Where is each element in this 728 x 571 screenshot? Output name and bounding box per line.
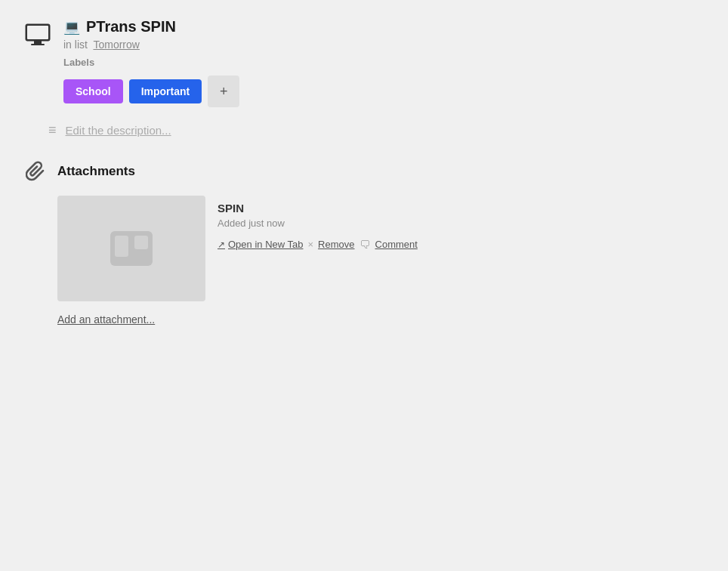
labels-heading: Labels xyxy=(63,57,704,68)
attachment-time: Added just now xyxy=(217,218,704,229)
in-list-label: in list xyxy=(63,39,88,51)
labels-section: Labels School Important + xyxy=(63,57,704,107)
card-title: 💻 PTrans SPIN xyxy=(63,18,704,35)
label-important[interactable]: Important xyxy=(129,79,202,103)
add-label-button[interactable]: + xyxy=(208,76,239,107)
paperclip-icon xyxy=(24,159,48,184)
svg-rect-1 xyxy=(27,26,48,39)
description-icon: ≡ xyxy=(48,122,57,138)
card-emoji: 💻 xyxy=(63,19,80,35)
list-name-link[interactable]: Tomorrow xyxy=(93,39,139,51)
open-in-new-tab-link[interactable]: ↗ Open in New Tab xyxy=(217,239,304,250)
attachment-info: SPIN Added just now ↗ Open in New Tab × … xyxy=(217,196,704,251)
monitor-icon xyxy=(24,21,51,48)
remove-label: Remove xyxy=(318,239,354,250)
attachments-title: Attachments xyxy=(57,164,135,179)
add-attachment-link[interactable]: Add an attachment... xyxy=(57,313,704,326)
svg-rect-2 xyxy=(34,41,42,44)
attachment-name: SPIN xyxy=(217,202,704,215)
description-area[interactable]: ≡ Edit the description... xyxy=(48,122,704,138)
attachments-header: Attachments xyxy=(24,159,704,184)
description-placeholder[interactable]: Edit the description... xyxy=(66,124,171,137)
card-title-area: 💻 PTrans SPIN in list Tomorrow xyxy=(63,18,704,51)
external-link-icon: ↗ xyxy=(217,239,225,250)
open-tab-label: Open in New Tab xyxy=(228,239,304,250)
attachments-section: Attachments SPIN Added just now ↗ Open i… xyxy=(24,159,704,326)
labels-row: School Important + xyxy=(63,76,704,107)
card-title-text: PTrans SPIN xyxy=(86,18,176,35)
attachment-actions: ↗ Open in New Tab × Remove 🗨 Comment xyxy=(217,238,704,251)
card-subtitle: in list Tomorrow xyxy=(63,39,704,51)
attachment-thumbnail[interactable] xyxy=(57,196,205,301)
comment-label: Comment xyxy=(375,239,418,250)
svg-rect-3 xyxy=(31,44,45,45)
comment-link[interactable]: Comment xyxy=(375,239,418,250)
svg-rect-5 xyxy=(115,236,128,257)
card-header: 💻 PTrans SPIN in list Tomorrow xyxy=(24,18,704,51)
remove-link[interactable]: Remove xyxy=(318,239,354,250)
action-separator-1: × xyxy=(308,239,314,250)
action-separator-2: 🗨 xyxy=(359,238,371,251)
trello-logo-icon xyxy=(107,230,156,267)
attachment-item: SPIN Added just now ↗ Open in New Tab × … xyxy=(57,196,704,301)
svg-rect-6 xyxy=(134,236,148,249)
label-school[interactable]: School xyxy=(63,79,123,103)
